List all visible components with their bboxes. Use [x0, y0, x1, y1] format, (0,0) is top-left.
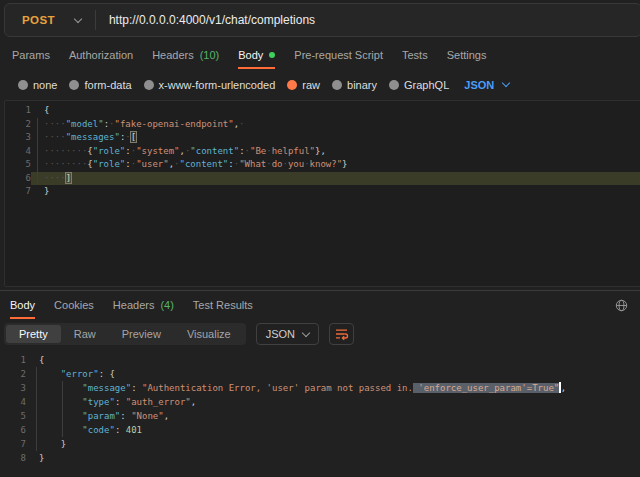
response-tab-cookies[interactable]: Cookies: [54, 291, 94, 319]
tab-label: Params: [12, 49, 50, 61]
line-number: 7: [5, 185, 31, 199]
code-token: 401: [126, 425, 142, 435]
code-line-6[interactable]: 6 "code": 401: [0, 423, 640, 437]
request-tabs: ParamsAuthorizationHeaders(10)BodyPre-re…: [0, 40, 640, 69]
raw-format-select[interactable]: JSON: [464, 79, 509, 91]
indent-guide: [37, 118, 38, 186]
method-selector[interactable]: POST: [5, 14, 95, 26]
code-text: {: [26, 353, 640, 367]
line-number: 5: [5, 158, 31, 172]
code-line-4[interactable]: 4 "type": "auth_error",: [0, 395, 640, 409]
code-line-1[interactable]: 1{: [0, 353, 640, 367]
response-format-select[interactable]: JSON: [256, 323, 319, 345]
line-number: 7: [0, 437, 26, 451]
code-token: [39, 383, 82, 393]
response-body-editor[interactable]: 1{2 "error": {3 "message": "Authenticati…: [0, 349, 640, 477]
view-visualize-button[interactable]: Visualize: [174, 325, 244, 343]
radio-icon: [18, 80, 28, 90]
code-token: ····: [44, 132, 66, 142]
view-pretty-button[interactable]: Pretty: [6, 325, 61, 343]
body-type-none[interactable]: none: [18, 79, 57, 91]
code-line-4[interactable]: 4········{"role":·"system",·"content":·"…: [5, 145, 640, 159]
response-tab-headers[interactable]: Headers(4): [113, 291, 174, 319]
code-token: "code": [82, 425, 115, 435]
tab-count-badge: (10): [200, 49, 220, 61]
response-tab-test-results[interactable]: Test Results: [193, 291, 253, 319]
tab-headers[interactable]: Headers(10): [152, 40, 219, 69]
radio-label: x-www-form-urlencoded: [159, 79, 276, 91]
radio-label: GraphQL: [404, 79, 449, 91]
code-token: ········: [44, 159, 87, 169]
line-number: 1: [5, 104, 31, 118]
url-input[interactable]: http://0.0.0.0:4000/v1/chat/completions: [96, 13, 315, 27]
tab-tests[interactable]: Tests: [402, 40, 428, 69]
tab-label: Body: [238, 49, 263, 61]
body-type-raw[interactable]: raw: [287, 79, 320, 91]
code-line-3[interactable]: 3····"messages":·[: [5, 131, 640, 145]
body-type-form-data[interactable]: form-data: [69, 79, 131, 91]
response-tabs-right: [615, 299, 640, 312]
line-number: 1: [0, 353, 26, 367]
code-line-2[interactable]: 2····"model":·"fake-openai-endpoint",·: [5, 118, 640, 132]
chevron-down-icon: [502, 79, 510, 87]
code-token: do: [272, 159, 283, 169]
tab-label: Test Results: [193, 299, 253, 311]
code-token: ]: [66, 173, 71, 183]
code-text: }: [26, 451, 640, 465]
code-text: "error": {: [26, 367, 640, 381]
code-line-6[interactable]: 6····]: [5, 172, 640, 186]
code-line-8[interactable]: 8}: [0, 451, 640, 465]
radio-label: raw: [302, 79, 320, 91]
indent-guide: [62, 381, 63, 437]
line-number: 6: [5, 172, 31, 186]
view-raw-button[interactable]: Raw: [61, 325, 109, 343]
code-token: ,: [164, 411, 169, 421]
code-line-7[interactable]: 7}: [5, 185, 640, 199]
code-token: know?": [310, 159, 343, 169]
app-window: POST http://0.0.0.0:4000/v1/chat/complet…: [0, 0, 640, 477]
tab-settings[interactable]: Settings: [447, 40, 487, 69]
tab-authorization[interactable]: Authorization: [69, 40, 133, 69]
code-token: "user": [136, 159, 169, 169]
response-view-switcher: PrettyRawPreviewVisualize: [4, 323, 246, 345]
code-token: "message": [82, 383, 131, 393]
code-line-7[interactable]: 7 }: [0, 437, 640, 451]
unsaved-changes-dot-icon: [269, 52, 275, 58]
code-token: {: [39, 355, 44, 365]
code-token: "role": [93, 159, 126, 169]
code-token: "messages": [66, 132, 120, 142]
code-line-1[interactable]: 1{: [5, 104, 640, 118]
code-token: [39, 411, 82, 421]
response-tab-body[interactable]: Body: [10, 291, 35, 319]
tab-pre-request-script[interactable]: Pre-request Script: [294, 40, 383, 69]
line-number: 6: [0, 423, 26, 437]
line-number: 4: [0, 395, 26, 409]
code-line-2[interactable]: 2 "error": {: [0, 367, 640, 381]
code-token: "None": [131, 411, 164, 421]
tab-label: Authorization: [69, 49, 133, 61]
code-token: ····: [44, 173, 66, 183]
code-token: [39, 397, 82, 407]
method-label: POST: [22, 14, 55, 26]
body-type-binary[interactable]: binary: [332, 79, 377, 91]
tab-label: Settings: [447, 49, 487, 61]
body-type-options: noneform-datax-www-form-urlencodedrawbin…: [0, 69, 640, 100]
code-token: ····: [44, 119, 66, 129]
code-token: ·: [125, 132, 130, 142]
globe-icon[interactable]: [615, 299, 628, 312]
code-token: "model": [66, 119, 104, 129]
body-type-x-www-form-urlencoded[interactable]: x-www-form-urlencoded: [144, 79, 276, 91]
tab-params[interactable]: Params: [12, 40, 50, 69]
code-text: "code": 401: [26, 423, 640, 437]
code-token: [39, 425, 82, 435]
response-toolbar: PrettyRawPreviewVisualize JSON: [0, 319, 640, 349]
tab-label: Cookies: [54, 299, 94, 311]
request-body-editor[interactable]: 1{2····"model":·"fake-openai-endpoint",·…: [4, 100, 640, 287]
view-preview-button[interactable]: Preview: [109, 325, 174, 343]
tab-body[interactable]: Body: [238, 40, 275, 69]
body-type-graphql[interactable]: GraphQL: [389, 79, 449, 91]
code-line-5[interactable]: 5········{"role":·"user",·"content":·"Wh…: [5, 158, 640, 172]
code-line-3[interactable]: 3 "message": "Authentication Error, 'use…: [0, 381, 640, 395]
wrap-text-button[interactable]: [329, 323, 354, 345]
code-line-5[interactable]: 5 "param": "None",: [0, 409, 640, 423]
